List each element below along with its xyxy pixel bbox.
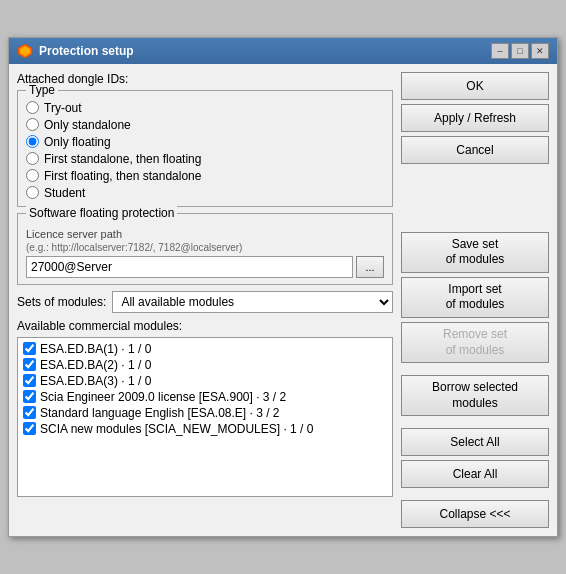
import-set-button[interactable]: Import set of modules bbox=[401, 277, 549, 318]
server-hint: (e.g.: http://localserver:7182/, 7182@lo… bbox=[26, 242, 384, 253]
server-input[interactable] bbox=[26, 256, 353, 278]
sfp-content: Licence server path (e.g.: http://locals… bbox=[26, 228, 384, 278]
radio-student-input[interactable] bbox=[26, 186, 39, 199]
radio-floating[interactable]: Only floating bbox=[26, 135, 384, 149]
list-item[interactable]: Standard language English [ESA.08.E] · 3… bbox=[21, 405, 389, 421]
title-bar: Protection setup – □ ✕ bbox=[9, 38, 557, 64]
modules-list: ESA.ED.BA(1) · 1 / 0 ESA.ED.BA(2) · 1 / … bbox=[17, 337, 393, 497]
module-checkbox-2[interactable] bbox=[23, 358, 36, 371]
sets-row: Sets of modules: All available modules bbox=[17, 291, 393, 313]
left-panel: Attached dongle IDs: Type Try-out Only s… bbox=[17, 72, 393, 529]
radio-student-label: Student bbox=[44, 186, 85, 200]
module-checkbox-5[interactable] bbox=[23, 406, 36, 419]
module-checkbox-3[interactable] bbox=[23, 374, 36, 387]
radio-first-standalone-label: First standalone, then floating bbox=[44, 152, 201, 166]
server-input-row: ... bbox=[26, 256, 384, 278]
radio-first-standalone[interactable]: First standalone, then floating bbox=[26, 152, 384, 166]
radio-first-floating[interactable]: First floating, then standalone bbox=[26, 169, 384, 183]
clear-all-button[interactable]: Clear All bbox=[401, 460, 549, 488]
app-icon bbox=[17, 43, 33, 59]
list-item[interactable]: ESA.ED.BA(2) · 1 / 0 bbox=[21, 357, 389, 373]
module-label-2: ESA.ED.BA(2) · 1 / 0 bbox=[40, 358, 151, 372]
radio-floating-input[interactable] bbox=[26, 135, 39, 148]
module-label-6: SCIA new modules [SCIA_NEW_MODULES] · 1 … bbox=[40, 422, 313, 436]
server-label: Licence server path bbox=[26, 228, 384, 240]
radio-first-floating-input[interactable] bbox=[26, 169, 39, 182]
radio-standalone-input[interactable] bbox=[26, 118, 39, 131]
module-checkbox-4[interactable] bbox=[23, 390, 36, 403]
radio-first-standalone-input[interactable] bbox=[26, 152, 39, 165]
radio-student[interactable]: Student bbox=[26, 186, 384, 200]
browse-button[interactable]: ... bbox=[356, 256, 384, 278]
minimize-button[interactable]: – bbox=[491, 43, 509, 59]
list-item[interactable]: Scia Engineer 2009.0 license [ESA.900] ·… bbox=[21, 389, 389, 405]
radio-tryout[interactable]: Try-out bbox=[26, 101, 384, 115]
module-label-5: Standard language English [ESA.08.E] · 3… bbox=[40, 406, 280, 420]
select-all-button[interactable]: Select All bbox=[401, 428, 549, 456]
available-label: Available commercial modules: bbox=[17, 319, 393, 333]
sfp-group-title: Software floating protection bbox=[26, 206, 177, 220]
radio-tryout-label: Try-out bbox=[44, 101, 82, 115]
main-window: Protection setup – □ ✕ Attached dongle I… bbox=[8, 37, 558, 538]
restore-button[interactable]: □ bbox=[511, 43, 529, 59]
radio-tryout-input[interactable] bbox=[26, 101, 39, 114]
radio-group: Try-out Only standalone Only floating Fi… bbox=[26, 101, 384, 200]
radio-standalone[interactable]: Only standalone bbox=[26, 118, 384, 132]
collapse-button[interactable]: Collapse <<< bbox=[401, 500, 549, 528]
radio-floating-label: Only floating bbox=[44, 135, 111, 149]
title-buttons: – □ ✕ bbox=[491, 43, 549, 59]
remove-set-button[interactable]: Remove set of modules bbox=[401, 322, 549, 363]
sfp-group: Software floating protection Licence ser… bbox=[17, 213, 393, 285]
ok-button[interactable]: OK bbox=[401, 72, 549, 100]
module-checkbox-1[interactable] bbox=[23, 342, 36, 355]
list-item[interactable]: ESA.ED.BA(1) · 1 / 0 bbox=[21, 341, 389, 357]
apply-refresh-button[interactable]: Apply / Refresh bbox=[401, 104, 549, 132]
module-label-1: ESA.ED.BA(1) · 1 / 0 bbox=[40, 342, 151, 356]
module-label-4: Scia Engineer 2009.0 license [ESA.900] ·… bbox=[40, 390, 286, 404]
close-button[interactable]: ✕ bbox=[531, 43, 549, 59]
borrow-button[interactable]: Borrow selected modules bbox=[401, 375, 549, 416]
title-bar-left: Protection setup bbox=[17, 43, 134, 59]
module-checkbox-6[interactable] bbox=[23, 422, 36, 435]
radio-first-floating-label: First floating, then standalone bbox=[44, 169, 201, 183]
cancel-button[interactable]: Cancel bbox=[401, 136, 549, 164]
sets-label: Sets of modules: bbox=[17, 295, 106, 309]
radio-standalone-label: Only standalone bbox=[44, 118, 131, 132]
type-group: Type Try-out Only standalone Only floati… bbox=[17, 90, 393, 207]
list-item[interactable]: ESA.ED.BA(3) · 1 / 0 bbox=[21, 373, 389, 389]
right-panel: OK Apply / Refresh Cancel Save set of mo… bbox=[401, 72, 549, 529]
list-item[interactable]: SCIA new modules [SCIA_NEW_MODULES] · 1 … bbox=[21, 421, 389, 437]
save-set-button[interactable]: Save set of modules bbox=[401, 232, 549, 273]
module-label-3: ESA.ED.BA(3) · 1 / 0 bbox=[40, 374, 151, 388]
content-area: Attached dongle IDs: Type Try-out Only s… bbox=[9, 64, 557, 537]
window-title: Protection setup bbox=[39, 44, 134, 58]
sets-select[interactable]: All available modules bbox=[112, 291, 393, 313]
type-group-title: Type bbox=[26, 83, 58, 97]
dongle-label: Attached dongle IDs: bbox=[17, 72, 393, 86]
